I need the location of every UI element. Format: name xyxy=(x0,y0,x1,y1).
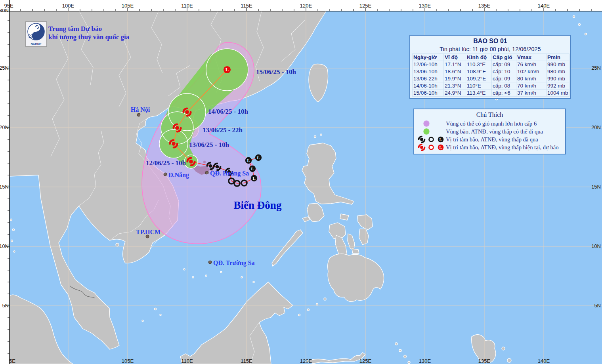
lat-label-left: 20N xyxy=(0,124,9,130)
storm-table-row: 15/06-10h24.9°N113.4°Ecấp: <637 km/h1004… xyxy=(413,90,570,97)
storm-table-cell: 37 km/h xyxy=(516,90,547,97)
storm-table-cell: 113.4°E xyxy=(466,90,492,97)
island-dot xyxy=(399,349,401,352)
storm-table-cell: 12/06-10h xyxy=(413,61,444,68)
lat-label-right: 20N xyxy=(591,124,601,130)
forecast-date-label: 14/06/25 - 10h xyxy=(208,108,248,115)
svg-text:L: L xyxy=(251,166,254,171)
storm-table-cell: 13/06-10h xyxy=(413,68,444,75)
storm-table-cell: 24.9°N xyxy=(444,90,466,97)
legend-items: Vùng có thể có gió mạnh lớn hơn cấp 6Vùn… xyxy=(417,120,563,151)
lon-label-bottom: 120E xyxy=(300,358,312,364)
storm-forecast-table: Ngày-giờVĩ độKinh độCấp gióVmaxPmin 12/0… xyxy=(412,53,570,97)
storm-table-row: 14/06-10h21.3°N110°Ecấp: 0870 km/h992 mb xyxy=(413,82,570,90)
island-dot xyxy=(320,134,322,135)
legend-row: LVị trí tâm bão, ATNĐ, vùng thấp hiện tạ… xyxy=(417,143,563,151)
city-label: Đ.Nẵng xyxy=(168,172,189,179)
city-label: QĐ. Hoàng Sa xyxy=(210,170,249,177)
lon-label-bottom: 135E xyxy=(478,358,491,364)
legend-icon-group xyxy=(417,119,446,128)
city-dot xyxy=(164,173,167,176)
lon-label-bottom: 140E xyxy=(538,358,550,364)
lat-label-left: 10N xyxy=(0,243,9,249)
storm-table-cell: 17.1°N xyxy=(444,61,466,68)
island-dot xyxy=(220,271,222,273)
legend-row: Vùng có thể có gió mạnh lớn hơn cấp 6 xyxy=(417,120,563,128)
low-red-symbol: L xyxy=(438,145,444,151)
storm-table-cell: 15/06-10h xyxy=(413,90,444,97)
forecast-date-label: 13/06/25 - 10h xyxy=(189,141,229,149)
island-dot xyxy=(324,298,326,300)
storm-table-cell: cấp: 08 xyxy=(492,82,516,90)
city-dot xyxy=(208,261,212,264)
island-dot xyxy=(502,347,505,350)
agency-name-line1: Trung tâm Dự báo xyxy=(48,25,129,33)
island-dot xyxy=(160,314,161,316)
legend-title: Chú Thích xyxy=(417,111,563,120)
low-black-symbol: L xyxy=(249,166,256,172)
storm-table-cell: 110.3°E xyxy=(466,61,492,68)
city-label: QĐ. Trường Sa xyxy=(213,259,255,267)
storm-table-cell: cấp: <6 xyxy=(492,90,516,97)
island-dot xyxy=(585,33,587,35)
island-dot xyxy=(253,281,254,283)
storm-table-row: 12/06-10h17.1°N110.3°Ecấp: 0976 km/h990 … xyxy=(413,61,570,68)
svg-text:L: L xyxy=(226,67,229,72)
svg-text:L: L xyxy=(440,145,442,150)
storm-table-cell: 102 km/h xyxy=(516,68,547,75)
legend-label: Vùng có thể có gió mạnh lớn hơn cấp 6 xyxy=(446,120,537,127)
storm-table-cell: cấp: 09 xyxy=(492,75,516,82)
island-dot xyxy=(13,251,15,252)
island-dot xyxy=(404,355,407,358)
forecast-date-label: 13/06/25 - 22h xyxy=(203,126,243,134)
storm-table-row: 13/06-22h19.9°N109.2°Ecấp: 0980 km/h990 … xyxy=(413,75,570,82)
circle-red-symbol xyxy=(429,145,434,150)
island-dot xyxy=(155,308,157,310)
lon-label-top: 105E xyxy=(122,3,134,9)
legend-row: LVị trí tâm bão, ATNĐ, vùng thấp đã qua xyxy=(417,135,563,143)
legend-icon-group: L xyxy=(417,135,446,144)
storm-table-cell: 992 mb xyxy=(547,82,570,90)
lon-label-top: 115E xyxy=(241,3,252,9)
legend-panel: Chú Thích Vùng có thể có gió mạnh lớn hơ… xyxy=(413,109,566,154)
storm-table-cell: cấp: 09 xyxy=(492,61,516,68)
storm-table-cell: 80 km/h xyxy=(516,75,547,82)
lat-label-right: 15N xyxy=(591,184,601,190)
storm-table-cell: 980 mb xyxy=(547,68,570,75)
storm-table-cell: 108.9°E xyxy=(466,68,492,75)
sea-label: Biển Đông xyxy=(234,199,282,211)
lon-label-top: 130E xyxy=(419,3,431,9)
storm-col-header: Kinh độ xyxy=(466,54,492,61)
island-dot xyxy=(205,275,207,276)
storm-table-cell: 109.2°E xyxy=(466,75,492,82)
storm-table-cell: 18.6°N xyxy=(444,68,466,75)
legend-label: Vị trí tâm bão, ATNĐ, vùng thấp hiện tại… xyxy=(446,144,559,151)
storm-table-body: 12/06-10h17.1°N110.3°Ecấp: 0976 km/h990 … xyxy=(413,61,570,97)
lat-label-right: 25N xyxy=(591,65,601,71)
green-circle-symbol xyxy=(423,128,429,134)
storm-table-cell: 19.9°N xyxy=(444,75,466,82)
island-dot xyxy=(408,361,410,364)
storm-table-cell: 14/06-10h xyxy=(413,82,444,90)
agency-name-line2: khí tượng thuỷ văn quốc gia xyxy=(48,33,129,41)
nchmf-emblem: NCHMF xyxy=(25,21,47,47)
low-black-symbol: L xyxy=(245,157,252,164)
lon-label-top: 125E xyxy=(359,3,372,9)
storm-title: BAO SO 01 xyxy=(412,37,568,46)
low-black-symbol: L xyxy=(438,137,444,143)
lat-label-left: 5N xyxy=(2,303,9,309)
island-dot xyxy=(11,240,13,242)
storm-table-cell: cấp: 10 xyxy=(492,68,516,75)
island-dot xyxy=(579,24,581,26)
low-red-symbol: L xyxy=(224,66,231,73)
low-black-symbol: L xyxy=(255,154,262,161)
storm-col-header: Cấp gió xyxy=(492,54,516,61)
lon-label-top: 135E xyxy=(478,3,491,9)
emblem-acronym: NCHMF xyxy=(31,42,41,46)
lat-label-left: 25N xyxy=(0,65,9,71)
city-dot xyxy=(146,235,149,238)
storm-table-cell: 70 km/h xyxy=(516,82,547,90)
forecast-date-label: 12/06/25 - 10h xyxy=(146,159,186,167)
lat-label-right: 10N xyxy=(591,243,601,249)
legend-label: Vị trí tâm bão, ATNĐ, vùng thấp đã qua xyxy=(446,136,538,143)
